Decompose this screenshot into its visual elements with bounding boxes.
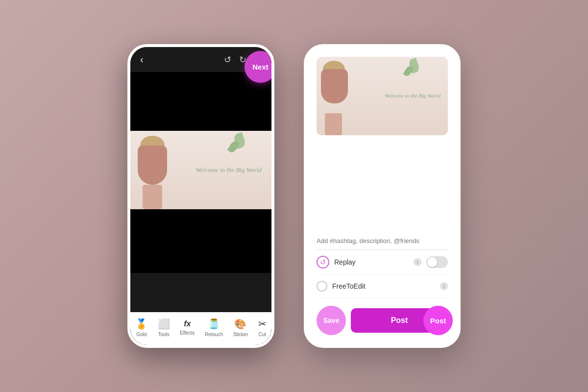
photo-edit-area[interactable]: Welcome to the Big World xyxy=(130,131,271,209)
tools-label: Tools xyxy=(158,332,169,337)
replay-info-icon[interactable]: i xyxy=(414,258,421,266)
undo-icon[interactable]: ↺ xyxy=(224,54,231,65)
right-legs xyxy=(325,113,342,135)
effects-label: Effects xyxy=(180,330,195,336)
tool-gold[interactable]: 🏅 Gold xyxy=(135,318,147,337)
right-phone: Welcome to the Big World ↺ Replay i Free… xyxy=(304,44,461,348)
free-to-edit-label: FreeToEdit xyxy=(332,282,435,290)
tool-sticker[interactable]: 🎨 Sticker xyxy=(233,318,248,337)
cut-icon: ✂ xyxy=(258,318,267,330)
caption-input[interactable] xyxy=(317,232,448,250)
toggle-knob xyxy=(427,257,437,267)
replay-toggle[interactable] xyxy=(426,256,448,268)
effects-icon: fx xyxy=(184,319,191,328)
next-button[interactable]: Next xyxy=(245,51,274,83)
bottom-actions: Save Post Post xyxy=(307,298,458,345)
right-photo-preview: Welcome to the Big World xyxy=(317,57,448,135)
tool-retouch[interactable]: 🫙 Retouch xyxy=(205,318,223,337)
post-circle-button[interactable]: Post xyxy=(423,306,453,335)
black-area-bottom xyxy=(130,209,271,273)
replay-option-row: ↺ Replay i xyxy=(317,250,448,275)
post-button-container[interactable]: Post Post xyxy=(351,308,448,333)
right-image-text: Welcome to the Big World xyxy=(385,92,441,99)
bottom-toolbar: 🏅 Gold ⬜ Tools fx Effects 🫙 Retouch 🎨 St… xyxy=(130,312,271,345)
tool-effects[interactable]: fx Effects xyxy=(180,319,195,336)
right-figure-container xyxy=(319,57,373,135)
gold-icon: 🏅 xyxy=(135,318,147,330)
sticker-icon: 🎨 xyxy=(234,318,246,330)
save-button[interactable]: Save xyxy=(317,306,346,335)
spacer xyxy=(307,140,458,232)
dress-shape xyxy=(138,146,167,185)
black-area-top xyxy=(130,72,271,131)
retouch-label: Retouch xyxy=(205,332,223,337)
tool-tools[interactable]: ⬜ Tools xyxy=(158,318,170,337)
back-icon[interactable]: ‹ xyxy=(140,54,144,65)
cut-label: Cut xyxy=(258,332,266,337)
free-to-edit-option-row: FreeToEdit i xyxy=(317,275,448,298)
replay-icon: ↺ xyxy=(317,256,329,269)
tools-icon: ⬜ xyxy=(158,318,170,330)
retouch-icon: 🫙 xyxy=(208,318,220,330)
options-section: ↺ Replay i FreeToEdit i xyxy=(307,250,458,298)
left-phone: ‹ ↺ ↻ ⬇ Next Welcome to the Big World 🏅 … xyxy=(127,44,274,348)
free-to-edit-info-icon[interactable]: i xyxy=(440,282,448,290)
replay-label: Replay xyxy=(334,258,409,266)
left-phone-header: ‹ ↺ ↻ ⬇ Next xyxy=(130,47,271,72)
figure-container xyxy=(135,131,194,209)
free-to-edit-checkbox[interactable] xyxy=(317,281,327,292)
tool-cut[interactable]: ✂ Cut xyxy=(258,318,267,337)
legs-shape xyxy=(143,185,162,209)
sticker-label: Sticker xyxy=(233,332,248,337)
right-dress xyxy=(321,69,348,103)
gold-label: Gold xyxy=(136,332,147,337)
image-overlay-text: Welcome to the Big World xyxy=(196,166,262,174)
